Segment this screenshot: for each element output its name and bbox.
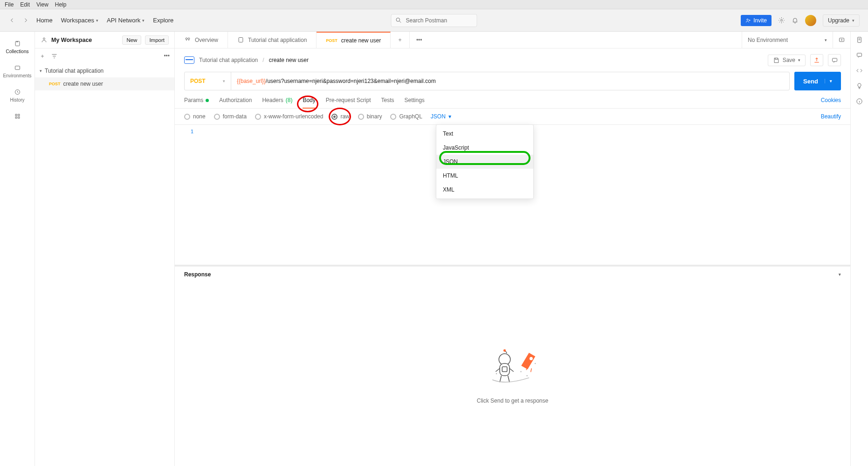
lang-javascript[interactable]: JavaScript xyxy=(436,141,533,155)
svg-rect-20 xyxy=(500,363,510,376)
search-icon xyxy=(395,17,402,24)
tab-active-request[interactable]: POST create new user xyxy=(317,32,391,48)
rtab-headers[interactable]: Headers (8) xyxy=(262,93,292,108)
body-graphql[interactable]: GraphQL xyxy=(390,113,422,120)
svg-point-0 xyxy=(396,18,400,22)
tab-new[interactable]: ＋ xyxy=(391,32,410,48)
share-icon[interactable] xyxy=(810,54,823,66)
tabs-row: Overview Tutorial chat application POST … xyxy=(175,32,850,48)
global-search-input[interactable]: Search Postman xyxy=(391,14,477,27)
svg-rect-4 xyxy=(15,66,20,70)
rtab-settings[interactable]: Settings xyxy=(405,93,425,108)
menu-file[interactable]: File xyxy=(5,1,14,8)
filter-icon[interactable] xyxy=(51,53,58,60)
settings-icon[interactable] xyxy=(778,17,785,24)
beautify-link[interactable]: Beautify xyxy=(821,113,841,120)
nav-api-network[interactable]: API Network▾ xyxy=(107,17,145,24)
svg-point-15 xyxy=(841,39,842,41)
method-dropdown[interactable]: POST ▾ xyxy=(185,72,231,90)
import-button[interactable]: Import xyxy=(145,35,169,45)
svg-rect-16 xyxy=(775,58,778,59)
workspace-title[interactable]: My Workspace xyxy=(51,37,92,43)
svg-rect-8 xyxy=(15,117,17,118)
svg-point-1 xyxy=(747,19,748,20)
save-icon xyxy=(773,57,780,64)
rail-more[interactable] xyxy=(0,110,34,123)
bell-icon[interactable] xyxy=(792,17,799,24)
nav-workspaces[interactable]: Workspaces▾ xyxy=(61,17,98,24)
tree-request[interactable]: POST create new user xyxy=(35,77,174,90)
avatar[interactable] xyxy=(805,15,816,26)
body-binary[interactable]: binary xyxy=(358,113,382,120)
rtab-authorization[interactable]: Authorization xyxy=(219,93,252,108)
response-placeholder-text: Click Send to get a response xyxy=(477,397,548,404)
rtab-params[interactable]: Params xyxy=(184,93,209,108)
info-icon[interactable] xyxy=(856,98,863,105)
url-group: POST ▾ {{base_url}}/users?username=njeri… xyxy=(184,72,790,90)
docs-icon[interactable] xyxy=(856,36,863,43)
svg-point-26 xyxy=(534,363,536,364)
rail-environments[interactable]: Environments xyxy=(0,62,34,81)
lang-json[interactable]: JSON xyxy=(436,155,533,169)
body-raw[interactable]: raw xyxy=(331,113,349,120)
save-button[interactable]: Save ▾ xyxy=(768,55,806,66)
svg-rect-28 xyxy=(857,53,862,56)
rail-history[interactable]: History xyxy=(0,86,34,105)
svg-point-2 xyxy=(781,20,783,21)
url-input[interactable]: {{base_url}}/users?username=njeri&passwo… xyxy=(231,72,789,90)
tab-more-icon[interactable]: ••• xyxy=(410,32,428,48)
os-menubar: File Edit View Help xyxy=(0,0,868,9)
comments-icon[interactable] xyxy=(828,54,841,66)
svg-rect-14 xyxy=(840,38,844,42)
lang-text[interactable]: Text xyxy=(436,127,533,141)
body-none[interactable]: none xyxy=(184,113,206,120)
rtab-prerequest[interactable]: Pre-request Script xyxy=(326,93,371,108)
invite-button[interactable]: Invite xyxy=(741,15,772,26)
svg-point-19 xyxy=(503,349,505,351)
send-button[interactable]: Send ▾ xyxy=(794,72,841,90)
right-rail xyxy=(850,32,868,466)
menu-view[interactable]: View xyxy=(36,1,48,8)
tab-overview[interactable]: Overview xyxy=(175,32,228,48)
comment-icon[interactable] xyxy=(856,52,863,59)
lang-xml[interactable]: XML xyxy=(436,183,533,197)
left-rail: Collections Environments History xyxy=(0,32,35,466)
lang-html[interactable]: HTML xyxy=(436,169,533,183)
rail-collections[interactable]: Collections xyxy=(0,37,34,57)
lightbulb-icon[interactable] xyxy=(856,82,863,89)
user-icon xyxy=(41,36,48,43)
crumb-collection[interactable]: Tutorial chat application xyxy=(199,57,258,63)
body-language-selector[interactable]: JSON ▾ xyxy=(431,113,451,120)
svg-point-12 xyxy=(188,38,190,40)
nav-forward-icon[interactable] xyxy=(22,17,28,24)
upgrade-button[interactable]: Upgrade▾ xyxy=(823,14,860,27)
environment-selector[interactable]: No Environment ▾ xyxy=(742,32,833,48)
response-header[interactable]: Response ▾ xyxy=(175,265,850,282)
http-icon xyxy=(184,56,194,64)
menu-help[interactable]: Help xyxy=(55,1,67,8)
crumb-request[interactable]: create new user xyxy=(269,57,309,63)
rtab-tests[interactable]: Tests xyxy=(381,93,394,108)
rtab-body[interactable]: Body xyxy=(303,93,315,108)
cookies-link[interactable]: Cookies xyxy=(821,97,841,108)
tab-collection[interactable]: Tutorial chat application xyxy=(228,32,317,48)
environment-quick-look-icon[interactable] xyxy=(838,36,845,43)
svg-rect-7 xyxy=(18,114,19,116)
top-toolbar: Home Workspaces▾ API Network▾ Explore Se… xyxy=(0,9,868,32)
add-collection-icon[interactable]: ＋ xyxy=(40,52,45,60)
svg-point-11 xyxy=(186,38,187,40)
tree-collection[interactable]: ▾ Tutorial chat application xyxy=(35,64,174,77)
nav-explore[interactable]: Explore xyxy=(153,17,173,24)
chevron-down-icon: ▾ xyxy=(40,69,42,73)
menu-edit[interactable]: Edit xyxy=(20,1,30,8)
body-formdata[interactable]: form-data xyxy=(214,113,247,120)
code-icon[interactable] xyxy=(856,67,863,74)
body-urlencoded[interactable]: x-www-form-urlencoded xyxy=(255,113,323,120)
nav-back-icon[interactable] xyxy=(8,17,14,24)
language-dropdown: Text JavaScript JSON HTML XML xyxy=(436,124,534,199)
new-button[interactable]: New xyxy=(122,35,141,45)
nav-home[interactable]: Home xyxy=(36,17,53,24)
svg-point-24 xyxy=(526,375,528,377)
line-number: 1 xyxy=(191,129,193,134)
more-icon[interactable]: ••• xyxy=(164,53,170,59)
